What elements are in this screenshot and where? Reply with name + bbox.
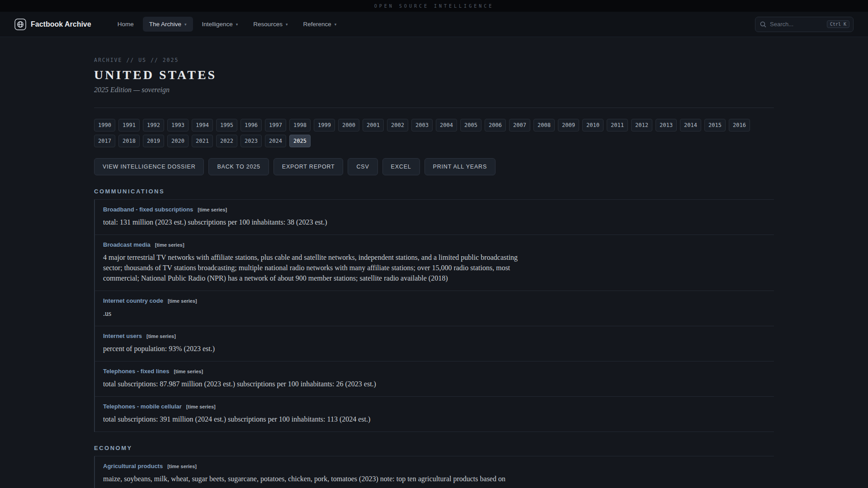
time-series-tag: [time series]: [146, 333, 176, 340]
year-button-2015[interactable]: 2015: [704, 119, 726, 131]
export-report-button[interactable]: EXPORT REPORT: [274, 158, 344, 175]
year-button-2023[interactable]: 2023: [241, 135, 262, 147]
year-button-2012[interactable]: 2012: [631, 119, 652, 131]
year-button-2001[interactable]: 2001: [363, 119, 384, 131]
field-broadband-fixed-subscriptions: Broadband - fixed subscriptions[time ser…: [95, 200, 774, 235]
nav-item-the-archive[interactable]: The Archive▾: [143, 17, 193, 32]
field-label[interactable]: Broadcast media: [103, 241, 151, 249]
field-header: Internet country code[time series]: [103, 297, 774, 305]
time-series-tag: [time series]: [168, 297, 197, 305]
year-button-2002[interactable]: 2002: [387, 119, 408, 131]
search-input[interactable]: [770, 21, 823, 28]
nav-item-intelligence[interactable]: Intelligence▾: [196, 17, 245, 32]
view-intelligence-dossier-button[interactable]: VIEW INTELLIGENCE DOSSIER: [94, 158, 204, 175]
year-button-2018[interactable]: 2018: [118, 135, 140, 147]
time-series-tag: [time series]: [186, 403, 216, 410]
chevron-down-icon: ▾: [335, 22, 337, 27]
year-button-2021[interactable]: 2021: [192, 135, 213, 147]
year-button-2007[interactable]: 2007: [509, 119, 530, 131]
year-button-2009[interactable]: 2009: [558, 119, 579, 131]
field-header: Broadband - fixed subscriptions[time ser…: [103, 206, 774, 213]
field-value: maize, soybeans, milk, wheat, sugar beet…: [103, 474, 528, 484]
breadcrumb: ARCHIVE // US // 2025: [94, 57, 774, 63]
excel-button[interactable]: EXCEL: [382, 158, 420, 175]
field-value: .us: [103, 308, 528, 319]
year-button-2011[interactable]: 2011: [607, 119, 628, 131]
topbar-tagline: OPEN SOURCE INTELLIGENCE: [374, 4, 494, 9]
year-button-2010[interactable]: 2010: [582, 119, 604, 131]
year-button-2024[interactable]: 2024: [265, 135, 286, 147]
year-button-2004[interactable]: 2004: [436, 119, 457, 131]
time-series-tag: [time series]: [198, 206, 227, 213]
field-telephones-fixed-lines: Telephones - fixed lines[time series]tot…: [95, 361, 774, 397]
year-button-1997[interactable]: 1997: [265, 119, 286, 131]
year-button-2016[interactable]: 2016: [729, 119, 750, 131]
year-button-2014[interactable]: 2014: [680, 119, 701, 131]
field-list: Broadband - fixed subscriptions[time ser…: [94, 200, 774, 432]
nav-item-reference[interactable]: Reference▾: [297, 17, 343, 32]
search-icon: [760, 21, 766, 28]
year-button-2008[interactable]: 2008: [533, 119, 555, 131]
csv-button[interactable]: CSV: [348, 158, 377, 175]
year-button-1999[interactable]: 1999: [314, 119, 335, 131]
field-label[interactable]: Broadband - fixed subscriptions: [103, 206, 193, 213]
chevron-down-icon: ▾: [286, 22, 288, 27]
globe-logo-icon: [14, 19, 26, 30]
year-button-2022[interactable]: 2022: [216, 135, 237, 147]
year-button-1990[interactable]: 1990: [94, 119, 115, 131]
nav-item-label: The Archive: [149, 21, 181, 28]
time-series-tag: [time series]: [174, 368, 203, 375]
year-button-2020[interactable]: 2020: [167, 135, 189, 147]
field-label[interactable]: Internet country code: [103, 297, 163, 305]
search-box[interactable]: Ctrl K: [755, 17, 854, 32]
section-economy: ECONOMYAgricultural products[time series…: [94, 445, 774, 488]
nav-item-label: Home: [118, 21, 134, 28]
field-header: Broadcast media[time series]: [103, 241, 774, 249]
nav-menu: HomeThe Archive▾Intelligence▾Resources▾R…: [111, 17, 343, 32]
field-value: total: 131 million (2023 est.) subscript…: [103, 217, 528, 227]
page-subtitle: 2025 Edition — sovereign: [94, 86, 774, 94]
year-button-2003[interactable]: 2003: [411, 119, 433, 131]
year-button-1992[interactable]: 1992: [143, 119, 164, 131]
chevron-down-icon: ▾: [236, 22, 238, 27]
back-to-2025-button[interactable]: BACK TO 2025: [208, 158, 269, 175]
action-toolbar: VIEW INTELLIGENCE DOSSIERBACK TO 2025EXP…: [94, 158, 774, 175]
year-button-1993[interactable]: 1993: [167, 119, 189, 131]
field-label[interactable]: Telephones - mobile cellular: [103, 403, 182, 410]
field-internet-country-code: Internet country code[time series].us: [95, 291, 774, 326]
nav-item-label: Resources: [253, 21, 283, 28]
year-button-2006[interactable]: 2006: [485, 119, 506, 131]
field-label[interactable]: Telephones - fixed lines: [103, 368, 169, 375]
brand[interactable]: Factbook Archive: [14, 19, 91, 30]
year-button-2005[interactable]: 2005: [460, 119, 481, 131]
divider: [94, 108, 774, 108]
time-series-tag: [time series]: [167, 463, 197, 470]
section-title: COMMUNICATIONS: [94, 188, 774, 200]
year-button-1998[interactable]: 1998: [289, 119, 311, 131]
field-telephones-mobile-cellular: Telephones - mobile cellular[time series…: [95, 397, 774, 432]
field-internet-users: Internet users[time series]percent of po…: [95, 326, 774, 361]
year-button-1994[interactable]: 1994: [192, 119, 213, 131]
field-list: Agricultural products[time series]maize,…: [94, 456, 774, 488]
year-button-2000[interactable]: 2000: [338, 119, 359, 131]
field-broadcast-media: Broadcast media[time series]4 major terr…: [95, 235, 774, 291]
nav-item-home[interactable]: Home: [111, 17, 140, 32]
time-series-tag: [time series]: [155, 241, 184, 249]
nav-item-resources[interactable]: Resources▾: [247, 17, 294, 32]
chevron-down-icon: ▾: [184, 22, 187, 27]
print-all-years-button[interactable]: PRINT ALL YEARS: [425, 158, 495, 175]
field-label[interactable]: Agricultural products: [103, 463, 163, 470]
field-agricultural-products: Agricultural products[time series]maize,…: [95, 456, 774, 488]
year-button-1995[interactable]: 1995: [216, 119, 237, 131]
year-button-2017[interactable]: 2017: [94, 135, 115, 147]
year-button-2019[interactable]: 2019: [143, 135, 164, 147]
year-button-2025[interactable]: 2025: [289, 135, 311, 147]
brand-name: Factbook Archive: [31, 20, 91, 28]
field-label[interactable]: Internet users: [103, 333, 142, 340]
section-communications: COMMUNICATIONSBroadband - fixed subscrip…: [94, 188, 774, 432]
year-button-2013[interactable]: 2013: [656, 119, 677, 131]
year-button-1996[interactable]: 1996: [241, 119, 262, 131]
year-button-1991[interactable]: 1991: [118, 119, 140, 131]
navbar: Factbook Archive HomeThe Archive▾Intelli…: [0, 12, 868, 37]
sections: COMMUNICATIONSBroadband - fixed subscrip…: [94, 188, 774, 488]
